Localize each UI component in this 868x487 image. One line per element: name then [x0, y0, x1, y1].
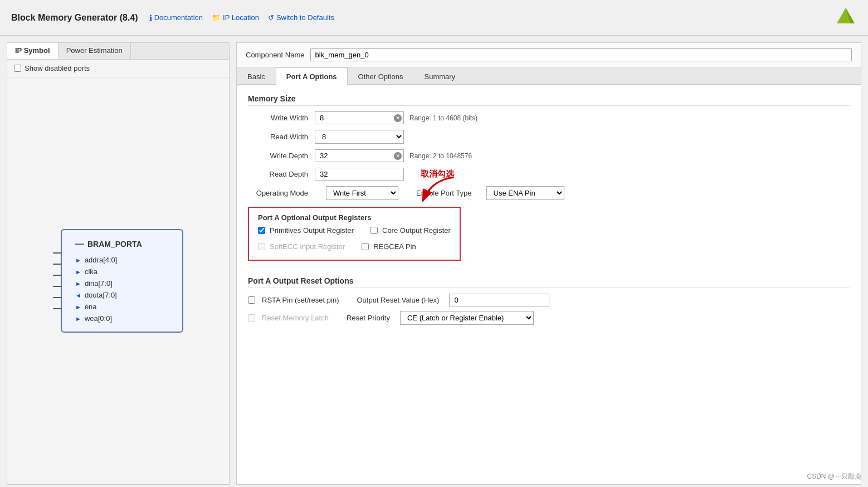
port-douta: ◄ douta[7:0] — [75, 291, 169, 299]
port-arrow-out-1: ◄ — [75, 292, 81, 299]
port-ena: ► ena — [75, 303, 169, 311]
annotation-area: 取消勾选 — [421, 169, 454, 179]
component-name-input[interactable] — [310, 48, 852, 61]
write-width-input-wrapper: ✕ — [315, 111, 404, 124]
reset-priority-select[interactable]: CE (Latch or Register Enable) SR (Set/Re… — [400, 311, 534, 325]
tab-power-estimation[interactable]: Power Estimation — [58, 43, 131, 59]
optional-registers-section: Port A Optional Output Registers Primiti… — [248, 207, 461, 261]
read-depth-row: Read Depth 取消勾选 — [248, 168, 850, 181]
write-depth-input-wrapper: ✕ — [315, 149, 404, 162]
rsta-pin-label: RSTA Pin (set/reset pin) — [262, 296, 339, 304]
port-arrow-in-4: ► — [75, 304, 81, 310]
optional-registers-title: Port A Optional Output Registers — [258, 213, 451, 222]
window-title: Block Memory Generator (8.4) — [11, 13, 138, 23]
tab-port-a-options[interactable]: Port A Options — [276, 67, 348, 85]
tab-other-options[interactable]: Other Options — [348, 67, 414, 85]
show-disabled-row: Show disabled ports — [7, 60, 229, 77]
softecc-checkbox[interactable] — [258, 243, 265, 250]
port-arrow-in-2: ► — [75, 269, 81, 275]
top-bar: Block Memory Generator (8.4) ℹ Documenta… — [0, 0, 868, 36]
bram-box: — BRAM_PORTA ► addra[4:0] ► clka — [61, 229, 183, 333]
bram-diagram: — BRAM_PORTA ► addra[4:0] ► clka — [53, 229, 183, 333]
port-arrow-in-1: ► — [75, 257, 81, 264]
port-line-4 — [53, 286, 61, 287]
port-line-2 — [53, 264, 61, 265]
reset-memory-latch-label: Reset Memory Latch — [262, 314, 329, 322]
operating-mode-select[interactable]: Write First Read First No Change — [326, 186, 398, 200]
reset-memory-latch-checkbox[interactable] — [248, 314, 255, 322]
bram-title: — BRAM_PORTA — [75, 239, 169, 249]
right-panel: Component Name Basic Port A Options Othe… — [236, 42, 861, 485]
port-addra: ► addra[4:0] — [75, 256, 169, 264]
read-width-select[interactable]: 8 — [315, 130, 404, 144]
port-clka: ► clka — [75, 267, 169, 276]
rsta-pin-checkbox[interactable] — [248, 296, 255, 304]
output-reset-value-label: Output Reset Value (Hex) — [357, 296, 439, 304]
folder-icon: 📁 — [212, 13, 221, 22]
rsta-pin-row: RSTA Pin (set/reset pin) Output Reset Va… — [248, 294, 850, 306]
write-width-input[interactable] — [315, 111, 404, 124]
refresh-icon: ↺ — [268, 13, 274, 22]
port-line-1 — [53, 252, 61, 254]
show-disabled-ports-checkbox[interactable] — [14, 65, 21, 72]
write-width-row: Write Width ✕ Range: 1 to 4608 (bits) — [248, 111, 850, 124]
read-depth-input[interactable] — [315, 168, 404, 181]
regcea-row: REGCEA Pin — [362, 242, 416, 251]
watermark: CSDN @一只殿鹿 — [807, 472, 861, 481]
left-port-lines — [53, 252, 61, 309]
softecc-label: SoftECC Input Register — [270, 242, 345, 251]
write-depth-clear-btn[interactable]: ✕ — [394, 152, 402, 160]
left-tabs: IP Symbol Power Estimation — [7, 43, 229, 60]
top-bar-left: Block Memory Generator (8.4) ℹ Documenta… — [11, 13, 334, 23]
write-depth-input[interactable] — [315, 149, 404, 162]
read-width-row: Read Width 8 — [248, 130, 850, 144]
tab-content: Memory Size Write Width ✕ Range: 1 to 46… — [237, 85, 861, 484]
write-depth-row: Write Depth ✕ Range: 2 to 1048576 — [248, 149, 850, 162]
annotation-arrow — [421, 174, 465, 208]
output-reset-title: Port A Output Reset Options — [248, 276, 850, 288]
core-output-label: Core Output Register — [382, 226, 451, 235]
app-logo — [835, 6, 857, 30]
operating-mode-row: Operating Mode Write First Read First No… — [248, 186, 850, 200]
bram-minus-icon: — — [75, 239, 84, 249]
left-panel: IP Symbol Power Estimation Show disabled… — [7, 42, 230, 485]
softecc-row: SoftECC Input Register — [258, 242, 345, 251]
memory-size-title: Memory Size — [248, 94, 850, 106]
core-output-checkbox[interactable] — [370, 227, 378, 234]
documentation-link[interactable]: ℹ Documentation — [149, 13, 203, 22]
info-icon: ℹ — [149, 13, 152, 22]
switch-defaults-link[interactable]: ↺ Switch to Defaults — [268, 13, 334, 22]
show-disabled-ports-label: Show disabled ports — [25, 64, 90, 72]
output-reset-hex-input[interactable] — [449, 294, 549, 306]
enable-port-type-select[interactable]: Use ENA Pin Always Enabled — [486, 186, 564, 200]
port-wea: ► wea[0:0] — [75, 314, 169, 323]
port-arrow-in-3: ► — [75, 280, 81, 287]
registers-checkboxes-row2: SoftECC Input Register REGCEA Pin — [258, 242, 451, 254]
port-arrow-in-5: ► — [75, 315, 81, 322]
port-dina: ► dina[7:0] — [75, 279, 169, 288]
ip-location-link[interactable]: 📁 IP Location — [212, 13, 259, 22]
port-line-6 — [53, 308, 61, 309]
primitives-output-checkbox[interactable] — [258, 227, 265, 234]
symbol-area: — BRAM_PORTA ► addra[4:0] ► clka — [7, 77, 229, 484]
write-width-clear-btn[interactable]: ✕ — [394, 114, 402, 122]
port-line-5 — [53, 297, 61, 298]
core-output-row: Core Output Register — [370, 226, 451, 235]
port-line-3 — [53, 275, 61, 276]
registers-checkboxes: Primitives Output Register Core Output R… — [258, 226, 451, 238]
reset-priority-label: Reset Priority — [347, 314, 390, 322]
reset-memory-latch-row: Reset Memory Latch Reset Priority CE (La… — [248, 311, 850, 325]
primitives-output-label: Primitives Output Register — [270, 226, 354, 235]
regcea-label: REGCEA Pin — [373, 242, 416, 251]
port-list: ► addra[4:0] ► clka ► dina[7:0] ◄ — [75, 256, 169, 323]
tab-basic[interactable]: Basic — [237, 67, 276, 85]
tab-ip-symbol[interactable]: IP Symbol — [7, 43, 58, 59]
tab-summary[interactable]: Summary — [414, 67, 466, 85]
main-container: IP Symbol Power Estimation Show disabled… — [0, 36, 868, 487]
primitives-output-row: Primitives Output Register — [258, 226, 354, 235]
regcea-checkbox[interactable] — [362, 243, 369, 250]
output-reset-section: Port A Output Reset Options RSTA Pin (se… — [248, 276, 850, 325]
main-tabs-row: Basic Port A Options Other Options Summa… — [237, 67, 861, 85]
component-name-row: Component Name — [237, 43, 861, 67]
top-bar-links: ℹ Documentation 📁 IP Location ↺ Switch t… — [149, 13, 334, 22]
